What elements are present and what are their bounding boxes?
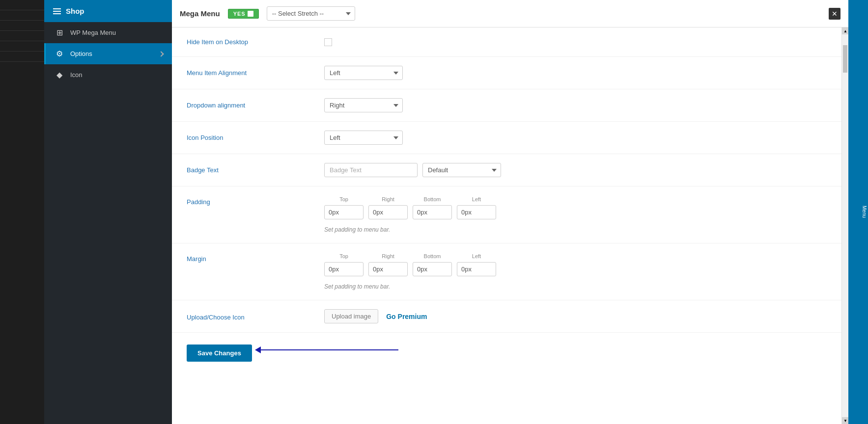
sidebar-item-icon[interactable]: ◆ Icon <box>44 64 172 85</box>
right-menu-hint-label: Menu <box>862 206 867 218</box>
icon-position-control: Left Right Top Bottom <box>324 131 403 145</box>
margin-label: Margin <box>187 253 324 263</box>
hide-item-control <box>324 38 332 46</box>
icon-position-row: Icon Position Left Right Top Bottom <box>172 122 841 154</box>
margin-left-label: Left <box>457 253 496 259</box>
mega-menu-label: Mega Menu <box>180 9 220 18</box>
main-content: Mega Menu YES -- Select Stretch -- Full … <box>172 0 848 424</box>
scrollbar-track <box>842 34 848 417</box>
menu-alignment-label: Menu Item Alignment <box>187 69 324 77</box>
padding-bottom-input[interactable] <box>413 205 452 219</box>
gear-icon: ⚙ <box>55 49 64 58</box>
dark-sidebar-item-5 <box>0 41 44 52</box>
badge-style-select[interactable]: Default Primary Success Warning Danger <box>422 163 501 177</box>
sidebar-item-options-label: Options <box>70 50 92 57</box>
badge-text-control: Default Primary Success Warning Danger <box>324 163 501 177</box>
shop-title: Shop <box>66 7 84 15</box>
dropdown-alignment-select[interactable]: Left Center Right <box>324 98 403 112</box>
dropdown-alignment-control: Left Center Right <box>324 98 403 112</box>
padding-top-label: Top <box>324 196 364 202</box>
hide-item-row: Hide Item on Desktop <box>172 27 841 57</box>
margin-left-input[interactable] <box>457 262 496 276</box>
margin-right-input[interactable] <box>368 262 408 276</box>
save-section: Save Changes <box>172 333 841 376</box>
badge-text-row: Badge Text Default Primary Success Warni… <box>172 154 841 186</box>
margin-sublabels: Top Right Bottom Left <box>324 253 496 259</box>
right-menu-hint: Menu <box>848 0 868 424</box>
upload-section: Upload/Choose Icon Upload image Go Premi… <box>172 300 841 333</box>
padding-section: Padding Top Right Bottom Left <box>172 186 841 243</box>
sidebar-item-icon-label: Icon <box>70 71 83 79</box>
scrollbar-thumb[interactable] <box>842 44 848 74</box>
menu-alignment-row: Menu Item Alignment Left Center Right <box>172 57 841 89</box>
chevron-right-icon <box>158 51 164 56</box>
padding-left-input[interactable] <box>457 205 496 219</box>
arrow-annotation <box>255 346 398 353</box>
margin-outer: Margin Top Right Bottom Left <box>187 253 827 290</box>
arrow-line <box>261 349 398 350</box>
padding-right-label: Right <box>368 196 408 202</box>
menu-alignment-control: Left Center Right <box>324 66 403 80</box>
sidebar-item-options[interactable]: ⚙ Options <box>44 43 172 64</box>
close-icon: ✕ <box>832 10 838 18</box>
upload-image-button[interactable]: Upload image <box>324 309 378 323</box>
content-panel: Hide Item on Desktop Menu Item Alignment… <box>172 27 841 424</box>
icon-position-select[interactable]: Left Right Top Bottom <box>324 131 403 145</box>
padding-sublabels: Top Right Bottom Left <box>324 196 496 202</box>
dark-sidebar-item-2 <box>0 10 44 21</box>
dark-sidebar-item-6 <box>0 52 44 62</box>
padding-label: Padding <box>187 196 324 206</box>
padding-hint: Set padding to menu bar. <box>324 226 496 233</box>
margin-bottom-input[interactable] <box>413 262 452 276</box>
sidebar-header[interactable]: Shop <box>44 0 172 22</box>
toggle-dot <box>248 11 253 17</box>
margin-fields: Top Right Bottom Left Set padding to men… <box>324 253 496 290</box>
margin-top-input[interactable] <box>324 262 364 276</box>
margin-top-label: Top <box>324 253 364 259</box>
sidebar-item-wpmegamenu-label: WP Mega Menu <box>70 29 116 36</box>
hamburger-icon[interactable] <box>53 8 61 14</box>
yes-badge-text: YES <box>233 11 246 17</box>
scrollbar-down-button[interactable]: ▼ <box>842 417 848 424</box>
margin-inputs <box>324 262 496 276</box>
padding-right-input[interactable] <box>368 205 408 219</box>
margin-right-label: Right <box>368 253 408 259</box>
badge-text-label: Badge Text <box>187 166 324 174</box>
dropdown-alignment-label: Dropdown alignment <box>187 102 324 109</box>
main-sidebar: Shop ⊞ WP Mega Menu ⚙ Options ◆ Icon <box>44 0 172 424</box>
margin-hint: Set padding to menu bar. <box>324 283 496 290</box>
grid-icon: ⊞ <box>55 28 64 37</box>
menu-alignment-select[interactable]: Left Center Right <box>324 66 403 80</box>
margin-bottom-label: Bottom <box>413 253 452 259</box>
icon-position-label: Icon Position <box>187 134 324 141</box>
yes-toggle[interactable]: YES <box>228 9 259 19</box>
dark-sidebar-item-3 <box>0 21 44 31</box>
dark-sidebar-item-4 <box>0 31 44 41</box>
scrollbar-up-button[interactable]: ▲ <box>842 27 848 34</box>
padding-inputs <box>324 205 496 219</box>
close-button[interactable]: ✕ <box>829 8 840 20</box>
stretch-select[interactable]: -- Select Stretch -- Full Width Custom <box>267 6 355 21</box>
dropdown-alignment-row: Dropdown alignment Left Center Right <box>172 89 841 122</box>
dark-sidebar-item <box>0 0 44 10</box>
upload-label: Upload/Choose Icon <box>187 312 324 321</box>
save-changes-button[interactable]: Save Changes <box>187 344 252 362</box>
diamond-icon: ◆ <box>55 70 64 80</box>
dark-sidebar <box>0 0 44 424</box>
badge-text-input[interactable] <box>324 163 418 177</box>
padding-outer: Padding Top Right Bottom Left <box>187 196 827 233</box>
arrow-head-icon <box>255 346 261 353</box>
hide-item-label: Hide Item on Desktop <box>187 38 324 46</box>
scrollbar[interactable]: ▲ ▼ <box>841 27 848 424</box>
padding-top-input[interactable] <box>324 205 364 219</box>
margin-section: Margin Top Right Bottom Left <box>172 243 841 300</box>
padding-left-label: Left <box>457 196 496 202</box>
padding-bottom-label: Bottom <box>413 196 452 202</box>
top-bar: Mega Menu YES -- Select Stretch -- Full … <box>172 0 848 27</box>
go-premium-link[interactable]: Go Premium <box>386 313 427 320</box>
padding-fields: Top Right Bottom Left Set padding to men… <box>324 196 496 233</box>
hide-item-checkbox[interactable] <box>324 38 332 46</box>
sidebar-item-wpmegamenu[interactable]: ⊞ WP Mega Menu <box>44 22 172 43</box>
